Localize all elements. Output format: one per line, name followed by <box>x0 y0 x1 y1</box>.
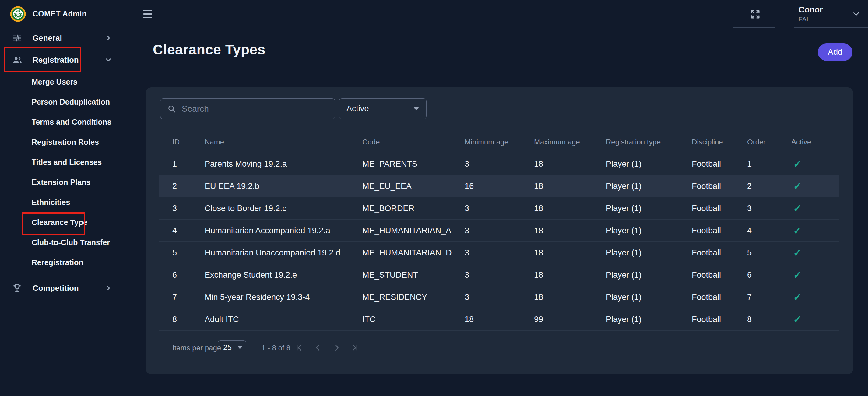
active-check-icon: ✓ <box>791 180 802 192</box>
next-page-icon[interactable] <box>330 341 343 354</box>
table-row[interactable]: 8 Adult ITC ITC 18 99 Player (1) Footbal… <box>159 308 839 331</box>
cell-discipline: Football <box>692 159 747 169</box>
cell-code: ME_RESIDENCY <box>362 293 465 302</box>
trophy-icon <box>12 283 26 293</box>
cell-registration-type: Player (1) <box>606 248 692 258</box>
table-row[interactable]: 3 Close to Border 19.2.c ME_BORDER 3 18 … <box>159 197 839 220</box>
cell-maximum-age: 18 <box>534 226 606 235</box>
sidebar-item-competition[interactable]: Competition <box>0 278 127 298</box>
cell-order: 1 <box>747 159 791 169</box>
cell-name: Humanitarian Unaccompanied 19.2.d <box>205 248 362 258</box>
last-page-icon[interactable] <box>348 341 362 354</box>
cell-name: Parents Moving 19.2.a <box>205 159 362 169</box>
comet-logo-icon <box>10 6 26 22</box>
cell-code: ME_STUDENT <box>362 270 465 280</box>
column-header-id: ID <box>159 138 205 146</box>
main-area: Conor FAI Clearance Types Add <box>127 0 868 396</box>
cell-id: 1 <box>159 159 205 169</box>
sidebar-item-extension-plans[interactable]: Extension Plans <box>0 172 127 192</box>
cell-discipline: Football <box>692 248 747 258</box>
sidebar-item-titles-and-licenses[interactable]: Titles and Licenses <box>0 152 127 172</box>
cell-maximum-age: 18 <box>534 159 606 169</box>
table-row[interactable]: 6 Exchange Student 19.2.e ME_STUDENT 3 1… <box>159 264 839 286</box>
user-name: Conor <box>799 5 823 14</box>
sidebar-item-club-to-club-transfer[interactable]: Club-to-Club Transfer <box>0 232 127 253</box>
status-filter-select[interactable]: Active <box>339 98 427 119</box>
registration-submenu: Merge Users Person Deduplication Terms a… <box>0 72 127 272</box>
cell-discipline: Football <box>692 270 747 280</box>
cell-registration-type: Player (1) <box>606 315 692 324</box>
cell-id: 5 <box>159 248 205 258</box>
cell-minimum-age: 16 <box>465 182 534 191</box>
menu-toggle-icon[interactable] <box>143 8 155 20</box>
column-header-code: Code <box>362 138 465 146</box>
cell-name: Close to Border 19.2.c <box>205 204 362 213</box>
cell-order: 4 <box>747 226 791 235</box>
caret-down-icon <box>238 346 242 349</box>
cell-discipline: Football <box>692 182 747 191</box>
table-row[interactable]: 5 Humanitarian Unaccompanied 19.2.d ME_H… <box>159 242 839 264</box>
cell-discipline: Football <box>692 315 747 324</box>
cell-minimum-age: 3 <box>465 248 534 258</box>
table-row[interactable]: 1 Parents Moving 19.2.a ME_PARENTS 3 18 … <box>159 153 839 175</box>
active-check-icon: ✓ <box>791 158 802 170</box>
status-filter-value: Active <box>346 104 369 113</box>
cell-code: ME_HUMANITARIAN_A <box>362 226 465 235</box>
tune-icon <box>12 33 26 43</box>
search-input[interactable] <box>182 104 330 114</box>
sidebar-item-person-deduplication[interactable]: Person Deduplication <box>0 92 127 112</box>
cell-minimum-age: 18 <box>465 315 534 324</box>
cell-maximum-age: 99 <box>534 315 606 324</box>
active-check-icon: ✓ <box>791 314 802 325</box>
table-row[interactable]: 2 EU EEA 19.2.b ME_EU_EEA 16 18 Player (… <box>159 175 839 197</box>
cell-name: Adult ITC <box>205 315 362 324</box>
cell-registration-type: Player (1) <box>606 204 692 213</box>
cell-minimum-age: 3 <box>465 293 534 302</box>
items-per-page-value: 25 <box>223 343 232 352</box>
cell-registration-type: Player (1) <box>606 293 692 302</box>
sidebar-item-label: General <box>33 33 62 43</box>
cell-id: 6 <box>159 270 205 280</box>
column-header-maximum-age: Maximum age <box>534 138 606 146</box>
column-header-order: Order <box>747 138 791 146</box>
column-header-minimum-age: Minimum age <box>465 138 534 146</box>
sidebar-item-general[interactable]: General <box>0 28 127 48</box>
sidebar-item-merge-users[interactable]: Merge Users <box>0 72 127 92</box>
add-button[interactable]: Add <box>818 43 852 61</box>
cell-code: ME_HUMANITARIAN_D <box>362 248 465 258</box>
active-check-icon: ✓ <box>791 269 802 281</box>
cell-minimum-age: 3 <box>465 226 534 235</box>
sidebar-item-terms-and-conditions[interactable]: Terms and Conditions <box>0 112 127 132</box>
page-header: Clearance Types Add <box>127 28 868 76</box>
table-row[interactable]: 7 Min 5-year Residency 19.3-4 ME_RESIDEN… <box>159 286 839 308</box>
cell-order: 3 <box>747 204 791 213</box>
cell-id: 3 <box>159 204 205 213</box>
clearance-types-card: Active ID Name Code Minimum age Maximum … <box>146 87 853 374</box>
cell-id: 2 <box>159 182 205 191</box>
user-menu[interactable]: Conor FAI <box>791 0 861 28</box>
search-field <box>160 98 335 119</box>
cell-registration-type: Player (1) <box>606 226 692 235</box>
first-page-icon[interactable] <box>292 341 306 354</box>
page-title: Clearance Types <box>153 41 266 58</box>
column-header-name: Name <box>205 138 362 146</box>
cell-minimum-age: 3 <box>465 159 534 169</box>
sidebar-item-registration-roles[interactable]: Registration Roles <box>0 132 127 152</box>
cell-minimum-age: 3 <box>465 204 534 213</box>
active-check-icon: ✓ <box>791 225 802 236</box>
sidebar-item-ethnicities[interactable]: Ethnicities <box>0 192 127 212</box>
table-row[interactable]: 4 Humanitarian Accompanied 19.2.a ME_HUM… <box>159 220 839 242</box>
cell-discipline: Football <box>692 204 747 213</box>
fullscreen-icon[interactable] <box>748 7 762 21</box>
caret-down-icon <box>413 107 419 110</box>
sidebar-item-clearance-type[interactable]: Clearance Type <box>0 212 127 232</box>
sidebar-item-reregistration[interactable]: Reregistration <box>0 253 127 272</box>
cell-discipline: Football <box>692 293 747 302</box>
clearance-types-table: ID Name Code Minimum age Maximum age Reg… <box>159 131 839 331</box>
sidebar-item-registration[interactable]: Registration <box>0 50 127 70</box>
cell-code: ME_BORDER <box>362 204 465 213</box>
cell-registration-type: Player (1) <box>606 270 692 280</box>
cell-name: Humanitarian Accompanied 19.2.a <box>205 226 362 235</box>
items-per-page-select[interactable]: 25 <box>218 340 246 354</box>
previous-page-icon[interactable] <box>311 341 324 354</box>
